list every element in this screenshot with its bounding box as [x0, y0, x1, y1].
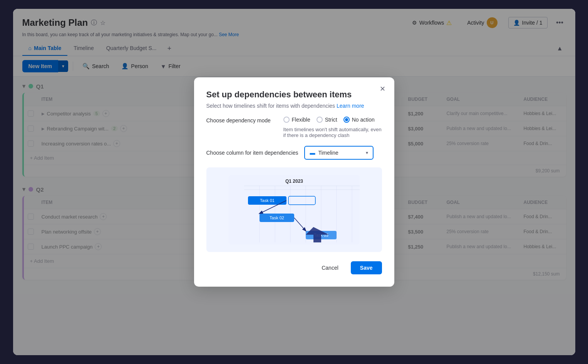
- column-select-dropdown[interactable]: ▬ Timeline ▾: [304, 146, 374, 160]
- modal-subtitle: Select how timelines shift for items wit…: [206, 103, 382, 109]
- dependency-hint: Item timelines won't shift automatically…: [283, 127, 382, 138]
- gantt-preview-area: Q1 2023 Task 01: [206, 167, 382, 252]
- radio-no-action-label: No action: [352, 117, 375, 123]
- svg-text:Task 01: Task 01: [260, 198, 275, 203]
- radio-no-action[interactable]: No action: [343, 117, 375, 123]
- gantt-chart-svg: Q1 2023 Task 01: [229, 175, 360, 244]
- radio-flexible-label: Flexible: [292, 117, 310, 123]
- dependency-mode-row: Choose dependency mode Flexible Strict N…: [206, 117, 382, 124]
- radio-options: Flexible Strict No action: [283, 117, 375, 123]
- column-select-row: Choose column for item dependencies ▬ Ti…: [206, 146, 382, 160]
- timeline-dropdown-icon: ▬: [310, 150, 315, 156]
- save-button[interactable]: Save: [351, 261, 382, 274]
- radio-no-action-circle: [343, 117, 350, 123]
- learn-more-link[interactable]: Learn more: [337, 103, 364, 109]
- modal-close-button[interactable]: ✕: [377, 83, 388, 94]
- svg-text:Task 02: Task 02: [270, 215, 284, 220]
- modal-title: Set up dependencies between items: [206, 90, 382, 100]
- svg-text:Q1 2023: Q1 2023: [285, 179, 303, 184]
- column-select-label: Choose column for item dependencies: [206, 150, 298, 156]
- dependencies-modal: ✕ Set up dependencies between items Sele…: [194, 77, 394, 287]
- column-select-value: Timeline: [318, 150, 338, 156]
- dependency-mode-label: Choose dependency mode: [206, 117, 283, 124]
- app-container: Marketing Plan ⓘ ☆ ⚙ Workflows ⚠ Activit…: [13, 9, 575, 355]
- radio-flexible[interactable]: Flexible: [283, 117, 310, 123]
- radio-strict-circle: [317, 117, 323, 123]
- radio-strict[interactable]: Strict: [317, 117, 337, 123]
- cancel-button[interactable]: Cancel: [314, 261, 346, 274]
- radio-strict-label: Strict: [325, 117, 337, 123]
- chevron-down-icon: ▾: [366, 150, 368, 155]
- radio-flexible-circle: [283, 117, 290, 123]
- modal-subtitle-text: Select how timelines shift for items wit…: [206, 103, 335, 109]
- modal-footer: Cancel Save: [206, 261, 382, 274]
- dropdown-inner: ▬ Timeline: [310, 150, 338, 156]
- svg-rect-0: [229, 175, 360, 244]
- modal-overlay: ✕ Set up dependencies between items Sele…: [13, 9, 575, 355]
